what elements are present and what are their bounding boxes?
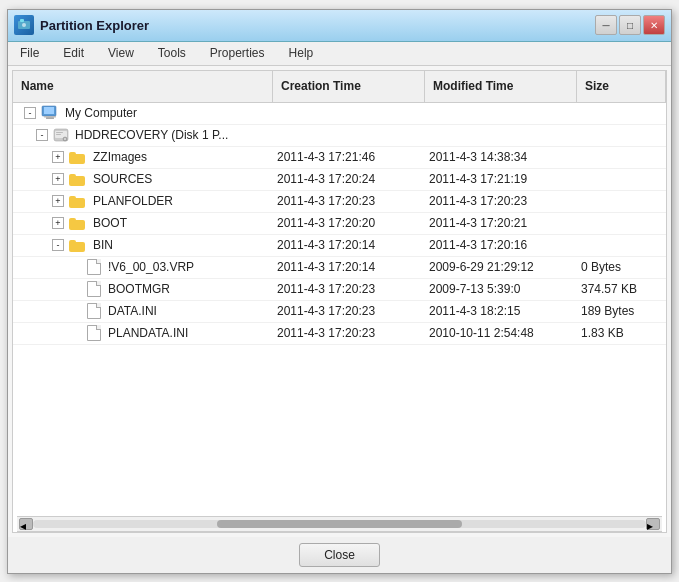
close-window-button[interactable]: ✕: [643, 15, 665, 35]
scroll-thumb[interactable]: [217, 520, 462, 528]
hdd-icon: [53, 127, 69, 143]
cell-modified: 2011-4-3 17:20:16: [425, 235, 577, 256]
list-item[interactable]: + ZZImages 2011-4-3 17:21:46 2011-4-3 14…: [13, 147, 666, 169]
header-modified[interactable]: Modified Time: [425, 71, 577, 102]
horizontal-scrollbar[interactable]: ◂ ▸: [17, 516, 662, 532]
main-window: Partition Explorer ─ □ ✕ File Edit View …: [7, 9, 672, 574]
cell-size: [577, 235, 666, 256]
cell-modified: 2010-10-11 2:54:48: [425, 323, 577, 344]
window-title: Partition Explorer: [40, 18, 595, 33]
cell-size: 1.83 KB: [577, 323, 666, 344]
hdd-label: HDDRECOVERY (Disk 1 P...: [75, 128, 228, 142]
list-item[interactable]: - My Computer: [13, 103, 666, 125]
bootmgr-label: BOOTMGR: [108, 282, 170, 296]
file-icon: [87, 281, 101, 297]
cell-size: [577, 103, 666, 124]
svg-rect-1: [20, 19, 24, 22]
list-item[interactable]: !V6_00_03.VRP 2011-4-3 17:20:14 2009-6-2…: [13, 257, 666, 279]
footer-bar: Close: [8, 537, 671, 573]
cell-name: BOOTMGR: [13, 279, 273, 300]
folder-icon: [69, 150, 85, 164]
cell-name: DATA.INI: [13, 301, 273, 322]
menu-help[interactable]: Help: [281, 44, 322, 62]
cell-modified: [425, 125, 577, 146]
expander-zzimages[interactable]: +: [52, 151, 64, 163]
plandataini-label: PLANDATA.INI: [108, 326, 188, 340]
cell-name: PLANDATA.INI: [13, 323, 273, 344]
cell-name: - BIN: [13, 235, 273, 256]
svg-point-10: [64, 138, 66, 140]
list-item[interactable]: BOOTMGR 2011-4-3 17:20:23 2009-7-13 5:39…: [13, 279, 666, 301]
cell-creation: 2011-4-3 17:20:23: [273, 191, 425, 212]
planfolder-label: PLANFOLDER: [93, 194, 173, 208]
file-icon: [87, 303, 101, 319]
cell-creation: 2011-4-3 17:20:24: [273, 169, 425, 190]
scroll-left-button[interactable]: ◂: [19, 518, 33, 530]
sources-label: SOURCES: [93, 172, 152, 186]
cell-size: 189 Bytes: [577, 301, 666, 322]
expander-placeholder: [70, 305, 82, 317]
menu-edit[interactable]: Edit: [55, 44, 92, 62]
menu-file[interactable]: File: [12, 44, 47, 62]
cell-modified: 2011-4-3 17:20:23: [425, 191, 577, 212]
expander-mycomputer[interactable]: -: [24, 107, 36, 119]
expander-hdd[interactable]: -: [36, 129, 48, 141]
mycomputer-label: My Computer: [65, 106, 137, 120]
menu-properties[interactable]: Properties: [202, 44, 273, 62]
boot-label: BOOT: [93, 216, 127, 230]
list-item[interactable]: - BIN 2011-4-3 17:20:14 2011-4-3 17:20:1…: [13, 235, 666, 257]
scroll-right-button[interactable]: ▸: [646, 518, 660, 530]
file-tree: - My Computer: [13, 103, 666, 516]
cell-name: !V6_00_03.VRP: [13, 257, 273, 278]
list-item[interactable]: + PLANFOLDER 2011-4-3 17:20:23 2011-4-3 …: [13, 191, 666, 213]
expander-bin[interactable]: -: [52, 239, 64, 251]
cell-creation: 2011-4-3 17:20:23: [273, 323, 425, 344]
expander-sources[interactable]: +: [52, 173, 64, 185]
file-explorer-panel: Name Creation Time Modified Time Size -: [12, 70, 667, 533]
expander-placeholder: [70, 327, 82, 339]
cell-name: + SOURCES: [13, 169, 273, 190]
expander-boot[interactable]: +: [52, 217, 64, 229]
cell-name: + BOOT: [13, 213, 273, 234]
cell-size: 374.57 KB: [577, 279, 666, 300]
cell-modified: 2011-4-3 17:21:19: [425, 169, 577, 190]
cell-modified: 2011-4-3 14:38:34: [425, 147, 577, 168]
list-item[interactable]: + SOURCES 2011-4-3 17:20:24 2011-4-3 17:…: [13, 169, 666, 191]
cell-name: - HDDRECOVERY (Disk 1 P...: [13, 125, 273, 146]
svg-rect-6: [44, 116, 56, 118]
header-name[interactable]: Name: [13, 71, 273, 102]
list-item[interactable]: - HDDRECOVERY (Disk 1 P...: [13, 125, 666, 147]
list-item[interactable]: + BOOT 2011-4-3 17:20:20 2011-4-3 17:20:…: [13, 213, 666, 235]
cell-modified: 2009-6-29 21:29:12: [425, 257, 577, 278]
folder-icon: [69, 238, 85, 252]
cell-creation: 2011-4-3 17:21:46: [273, 147, 425, 168]
svg-point-2: [22, 23, 26, 27]
minimize-button[interactable]: ─: [595, 15, 617, 35]
folder-icon: [69, 194, 85, 208]
dataini-label: DATA.INI: [108, 304, 157, 318]
svg-rect-11: [56, 132, 63, 133]
menu-view[interactable]: View: [100, 44, 142, 62]
cell-creation: [273, 125, 425, 146]
svg-rect-12: [56, 134, 61, 135]
menu-tools[interactable]: Tools: [150, 44, 194, 62]
file-icon: [87, 325, 101, 341]
cell-modified: 2011-4-3 17:20:21: [425, 213, 577, 234]
header-size[interactable]: Size: [577, 71, 666, 102]
cell-size: 0 Bytes: [577, 257, 666, 278]
header-creation[interactable]: Creation Time: [273, 71, 425, 102]
expander-placeholder: [70, 283, 82, 295]
app-icon: [14, 15, 34, 35]
list-item[interactable]: DATA.INI 2011-4-3 17:20:23 2011-4-3 18:2…: [13, 301, 666, 323]
cell-creation: 2011-4-3 17:20:23: [273, 301, 425, 322]
cell-size: [577, 191, 666, 212]
close-button[interactable]: Close: [299, 543, 380, 567]
bin-label: BIN: [93, 238, 113, 252]
menu-bar: File Edit View Tools Properties Help: [8, 42, 671, 66]
column-headers: Name Creation Time Modified Time Size: [13, 71, 666, 103]
file-icon: [87, 259, 101, 275]
computer-icon: [41, 105, 59, 121]
expander-planfolder[interactable]: +: [52, 195, 64, 207]
maximize-button[interactable]: □: [619, 15, 641, 35]
list-item[interactable]: PLANDATA.INI 2011-4-3 17:20:23 2010-10-1…: [13, 323, 666, 345]
